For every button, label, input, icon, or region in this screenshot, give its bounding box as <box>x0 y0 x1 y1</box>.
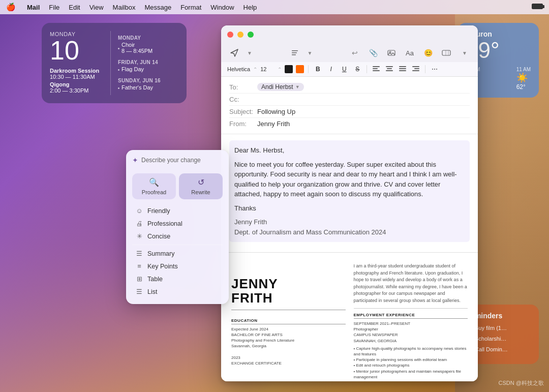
concise-icon: ✳ <box>135 232 143 240</box>
send-dropdown-button[interactable]: ▼ <box>242 46 257 60</box>
format-text-button[interactable]: Aa <box>403 46 417 60</box>
svg-rect-7 <box>373 68 378 69</box>
mail-body-highlighted-block: Dear Ms. Herbst, Nice to meet you for co… <box>229 140 470 242</box>
menu-item-view[interactable]: View <box>89 4 104 11</box>
svg-rect-11 <box>386 70 393 71</box>
svg-rect-12 <box>399 66 406 67</box>
wt-menu-concise[interactable]: ✳ Concise <box>132 230 223 243</box>
mail-subject-label: Subject: <box>229 108 257 115</box>
mail-subject-row: Subject: Following Up <box>229 106 470 118</box>
writing-tools-popup: ✦ Describe your change 🔍 Proofread ↺ Rew… <box>126 150 229 304</box>
close-button[interactable] <box>227 32 233 38</box>
table-icon: ⊞ <box>135 275 143 283</box>
undo-button[interactable]: ↩ <box>348 46 362 60</box>
indent-button[interactable] <box>411 64 421 74</box>
menu-item-help[interactable]: Help <box>243 4 257 11</box>
writing-tools-header: ✦ Describe your change <box>132 156 223 168</box>
reminder-text-2: Scholarshi… <box>475 336 506 342</box>
list-icon: ☰ <box>135 288 143 295</box>
reminder-text-3: Call Domin… <box>475 346 508 352</box>
more-dropdown-button[interactable]: ▼ <box>458 46 472 60</box>
mail-subject-value[interactable]: Following Up <box>257 108 295 115</box>
menu-item-message[interactable]: Message <box>144 4 171 11</box>
resume-attachment: JENNY FRITH EDUCATION Expected June 2024… <box>221 252 478 381</box>
wt-menu-table-label: Table <box>147 276 163 283</box>
resume-right-column: I am a third-year student undergraduate … <box>354 263 468 380</box>
compose-icon[interactable] <box>288 46 302 60</box>
minimize-button[interactable] <box>237 32 243 38</box>
signature-dept: Dept. of Journalism and Mass Communicati… <box>234 227 465 237</box>
sparkle-icon: ✦ <box>132 156 138 164</box>
more-button[interactable] <box>439 46 453 60</box>
mail-to-recipient[interactable]: Andi Herbst ▼ <box>257 83 304 91</box>
bold-button[interactable]: B <box>313 64 323 74</box>
compose-dropdown-button[interactable]: ▼ <box>303 46 317 60</box>
photo-button[interactable] <box>384 46 399 60</box>
mail-from-value: Jenny Frith <box>257 120 290 128</box>
wt-menu-concise-label: Concise <box>147 233 170 240</box>
apple-logo-icon[interactable]: 🍎 <box>6 3 16 12</box>
menu-item-format[interactable]: Format <box>180 4 201 11</box>
calendar-event-1-title: Darkroom Session <box>50 68 110 74</box>
menu-app-name[interactable]: Mail <box>27 4 40 11</box>
mail-cc-label: Cc: <box>229 96 257 103</box>
svg-rect-10 <box>387 68 392 69</box>
wt-menu-table[interactable]: ⊞ Table <box>132 273 223 285</box>
mail-header-fields: To: Andi Herbst ▼ Cc: Subject: Following… <box>221 77 478 134</box>
mail-to-value: Andi Herbst <box>261 83 293 91</box>
weather-time-2: 11 AM <box>516 67 531 72</box>
mail-thanks: Thanks <box>234 203 465 214</box>
mail-signature: Jenny Frith Dept. of Journalism and Mass… <box>234 217 465 237</box>
align-left-button[interactable] <box>371 64 381 74</box>
proofread-button[interactable]: 🔍 Proofread <box>132 173 176 199</box>
resume-name: JENNY FRITH <box>231 277 346 306</box>
cal-choir-label: MONDAY <box>118 35 178 41</box>
svg-rect-8 <box>373 70 380 71</box>
menu-item-mailbox[interactable]: Mailbox <box>113 4 136 11</box>
weather-sun-icon-2: ☀️ <box>516 72 531 83</box>
list-format-button[interactable] <box>398 64 408 74</box>
menu-bar-right <box>532 4 543 11</box>
rewrite-button[interactable]: ↺ Rewrite <box>179 173 223 199</box>
mail-from-label: From: <box>229 120 257 128</box>
wt-menu-friendly[interactable]: ☺ Friendly <box>132 204 223 217</box>
battery-icon <box>532 4 543 11</box>
format-toolbar-group: ▼ <box>288 46 317 60</box>
signature-name: Jenny Frith <box>234 217 465 227</box>
weather-temp-2: 62° <box>516 83 531 91</box>
wt-menu-professional-label: Professional <box>147 220 182 227</box>
strikethrough-button[interactable]: S <box>352 64 362 74</box>
font-size-selector[interactable]: 12 <box>260 66 274 72</box>
italic-button[interactable]: I <box>326 64 336 74</box>
resume-employment-bullets: • Capture high-quality photographs to ac… <box>354 346 468 380</box>
writing-tools-placeholder[interactable]: Describe your change <box>141 157 201 164</box>
friendly-icon: ☺ <box>135 207 143 215</box>
wt-menu-list[interactable]: ☰ List <box>132 285 223 298</box>
professional-icon: 🖨 <box>135 220 143 227</box>
mail-compose-area[interactable]: To: Andi Herbst ▼ Cc: Subject: Following… <box>221 77 478 381</box>
mail-body-area[interactable]: Dear Ms. Herbst, Nice to meet you for co… <box>221 134 478 252</box>
more-format-button[interactable]: ⋯ <box>430 64 440 74</box>
svg-point-4 <box>389 51 391 53</box>
mail-greeting: Dear Ms. Herbst, <box>234 145 465 156</box>
underline-button[interactable]: U <box>339 64 349 74</box>
font-selector[interactable]: Helvetica <box>227 66 250 72</box>
highlight-color-swatch[interactable] <box>296 65 304 73</box>
cal-sunday-label: SUNDAY, JUN 16 <box>118 78 178 83</box>
menu-item-window[interactable]: Window <box>210 4 234 11</box>
align-center-button[interactable] <box>384 64 394 74</box>
menu-item-edit[interactable]: Edit <box>69 4 80 11</box>
mail-window: ▼ ▼ ↩ 📎 Aa 😊 <box>221 25 478 381</box>
wt-menu-professional[interactable]: 🖨 Professional <box>132 217 223 230</box>
menu-item-file[interactable]: File <box>49 4 59 11</box>
wt-menu-keypoints[interactable]: ≡ Key Points <box>132 260 223 273</box>
emoji-button[interactable]: 😊 <box>421 46 435 60</box>
cal-fathersday-event: Father's Day <box>121 84 153 91</box>
mail-body-paragraph: Nice to meet you for coffee yesterday. S… <box>234 160 465 199</box>
fullscreen-button[interactable] <box>248 32 254 38</box>
attachment-button[interactable]: 📎 <box>366 46 380 60</box>
text-color-swatch[interactable] <box>285 65 293 73</box>
wt-menu-summary[interactable]: ☰ Summary <box>132 247 223 260</box>
calendar-day-label: MONDAY <box>50 31 110 37</box>
send-button[interactable] <box>227 46 241 60</box>
